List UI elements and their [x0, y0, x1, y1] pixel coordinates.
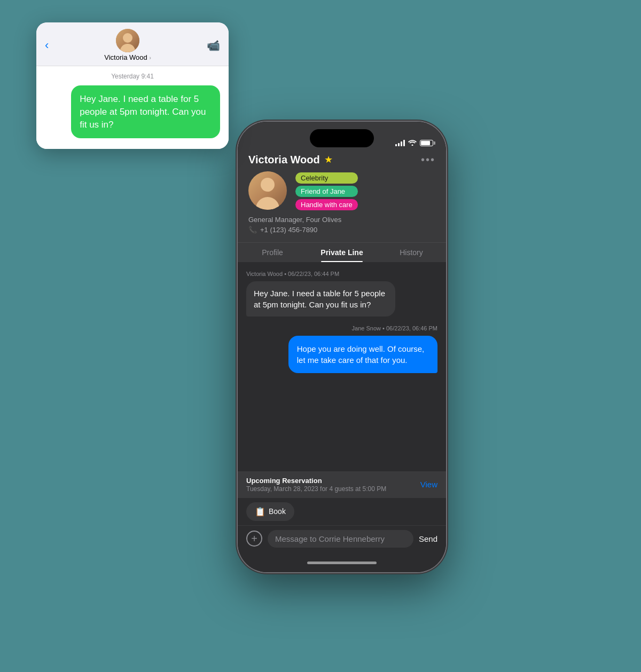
send-button[interactable]: Send [419, 534, 437, 543]
phone-screen: Victoria Wood ★ ••• Celebrity Friend of … [238, 122, 446, 572]
message-meta-2: Jane Snow • 06/22/23, 06:46 PM [246, 325, 437, 331]
back-button[interactable]: ‹ [45, 38, 49, 52]
reservation-text: Upcoming Reservation Tuesday, March 28, … [246, 477, 386, 493]
message-group-2: Jane Snow • 06/22/23, 06:46 PM Hope you … [246, 325, 437, 373]
home-indicator [238, 554, 446, 572]
wifi-icon [408, 139, 417, 147]
home-bar [307, 562, 377, 564]
favorite-star-icon[interactable]: ★ [324, 154, 333, 165]
tab-private-line[interactable]: Private Line [307, 243, 377, 262]
svg-point-0 [412, 144, 413, 146]
tab-history[interactable]: History [377, 243, 446, 262]
contact-top-row: Victoria Wood ★ ••• [248, 154, 435, 166]
message-meta-1: Victoria Wood • 06/22/23, 06:44 PM [246, 271, 437, 277]
imessage-popup: ‹ Victoria Wood › 📹 Yesterday 9:41 Hey J… [36, 22, 229, 149]
book-button[interactable]: 📋 Book [246, 502, 294, 521]
status-icons [395, 139, 433, 147]
reservation-detail: Tuesday, March 28, 2023 for 4 guests at … [246, 485, 386, 493]
message-bubble-left-1: Hey Jane. I need a table for 5 people at… [246, 281, 395, 317]
dynamic-island [310, 129, 374, 147]
message-bubble-right-2: Hope you are doing well. Of course, let … [288, 336, 437, 373]
reservation-title: Upcoming Reservation [246, 477, 386, 485]
signal-icon [395, 140, 405, 146]
contact-avatar [248, 171, 287, 210]
reservation-banner: Upcoming Reservation Tuesday, March 28, … [238, 471, 446, 498]
chat-area: Victoria Wood • 06/22/23, 06:44 PM Hey J… [238, 262, 446, 471]
phone-icon: 📞 [248, 226, 257, 234]
contact-name-row: Victoria Wood ★ [248, 154, 333, 166]
tab-bar: Profile Private Line History [238, 242, 446, 262]
imessage-avatar [116, 29, 139, 52]
imessage-header: ‹ Victoria Wood › 📹 [36, 22, 229, 66]
message-group-1: Victoria Wood • 06/22/23, 06:44 PM Hey J… [246, 271, 437, 317]
message-input[interactable]: Message to Corrie Henneberry [268, 530, 413, 548]
tag-friend-of-jane: Friend of Jane [295, 186, 358, 197]
book-bar: 📋 Book [238, 498, 446, 525]
video-call-icon[interactable]: 📹 [207, 39, 220, 52]
more-options-icon[interactable]: ••• [421, 154, 435, 166]
battery-icon [420, 140, 433, 146]
contact-info-row: Celebrity Friend of Jane Handle with car… [248, 171, 435, 210]
tag-celebrity: Celebrity [295, 172, 358, 184]
imessage-timestamp: Yesterday 9:41 [45, 73, 220, 80]
imessage-contact-name: Victoria Wood › [104, 53, 151, 61]
book-icon: 📋 [255, 507, 265, 517]
message-input-bar: + Message to Corrie Henneberry Send [238, 525, 446, 554]
phone-frame: Victoria Wood ★ ••• Celebrity Friend of … [238, 122, 446, 572]
imessage-contact-info: Victoria Wood › [104, 29, 151, 61]
contact-name: Victoria Wood [248, 154, 320, 166]
imessage-body: Yesterday 9:41 Hey Jane. I need a table … [36, 66, 229, 149]
tab-profile[interactable]: Profile [238, 243, 307, 262]
contact-tags: Celebrity Friend of Jane Handle with car… [295, 171, 358, 210]
contact-role: General Manager, Four Olives [248, 216, 435, 224]
reservation-view-button[interactable]: View [420, 480, 437, 489]
tag-handle-with-care: Handle with care [295, 199, 358, 210]
contact-phone: 📞 +1 (123) 456-7890 [248, 226, 435, 234]
imessage-message-bubble: Hey Jane. I need a table for 5 people at… [71, 85, 220, 138]
add-attachment-button[interactable]: + [246, 531, 262, 547]
